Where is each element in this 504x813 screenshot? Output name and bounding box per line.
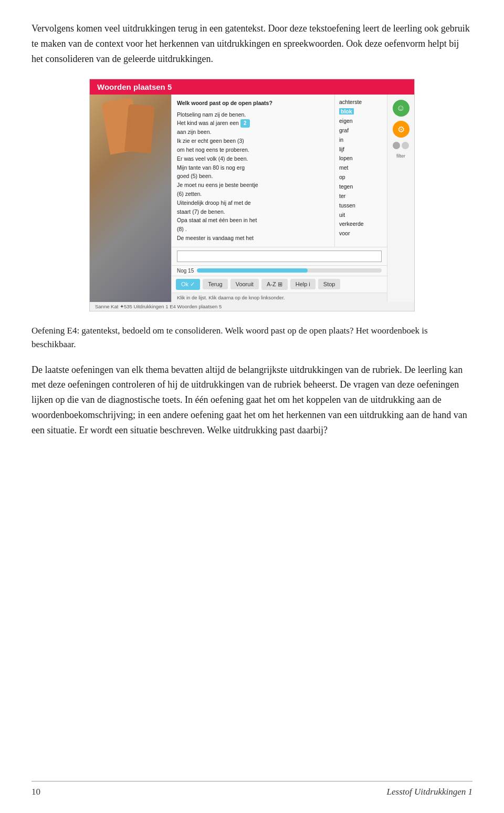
word-list[interactable]: achterste blok eigen graf in lijf lopen … xyxy=(334,95,387,246)
exercise-sentence-1: Plotseling nam zij de benen. xyxy=(177,110,329,119)
word-item-in[interactable]: in xyxy=(339,136,383,145)
word-item-tegen[interactable]: tegen xyxy=(339,182,383,192)
exercise-hint: Klik in de lijst. Klik daarna op de knop… xyxy=(172,293,387,302)
exercise-question-area: Welk woord past op de open plaats? Plots… xyxy=(172,95,387,247)
exercise-sentence-15: De meester is vandaag met het xyxy=(177,234,329,243)
exercise-sentence-12: staart (7) de benen. xyxy=(177,207,329,216)
exercise-title: Woorden plaatsen 5 xyxy=(90,79,414,95)
paragraph-1: Vervolgens komen veel uitdrukkingen teru… xyxy=(32,21,472,66)
exercise-photo xyxy=(90,95,171,301)
answer-input-display xyxy=(177,251,382,262)
exercise-sentence-11: Uiteindelijk droop hij af met de xyxy=(177,199,329,207)
word-item-graf[interactable]: graf xyxy=(339,126,383,136)
exercise-question: Welk woord past op de open plaats? xyxy=(177,99,329,107)
icon-buttons-column: ☺ ⚙ filter xyxy=(387,95,414,301)
exercise-sentence-6: Er was veel volk (4) de been. xyxy=(177,154,329,163)
az-button[interactable]: A-Z ⊞ xyxy=(261,279,288,290)
exercise-sentence-10: (6) zetten. xyxy=(177,190,329,199)
page-content: Vervolgens komen veel uitdrukkingen teru… xyxy=(0,0,504,489)
exercise-sentence-14: (8) . xyxy=(177,225,329,234)
filter-dot-1[interactable] xyxy=(393,142,400,149)
terug-button[interactable]: Terug xyxy=(203,279,228,289)
help-button[interactable]: Help i xyxy=(290,279,316,289)
word-item-met[interactable]: met xyxy=(339,163,383,173)
exercise-buttons-row: Ok ✓ Terug Vooruit A-Z ⊞ Help i Stop xyxy=(172,276,387,293)
filter-label: filter xyxy=(396,153,405,159)
stop-button[interactable]: Stop xyxy=(318,279,341,289)
progress-bar xyxy=(197,268,382,273)
word-item-achterste[interactable]: achterste xyxy=(339,98,383,107)
word-item-uit[interactable]: uit xyxy=(339,211,383,220)
exercise-sentence-9: Je moet nu eens je beste beentje xyxy=(177,181,329,190)
paragraph-2: Oefening E4: gatentekst, bedoeld om te c… xyxy=(32,324,472,352)
word-item-op[interactable]: op xyxy=(339,173,383,182)
exercise-screenshot: Woorden plaatsen 5 Welk woord past op de… xyxy=(89,79,415,311)
word-item-voor[interactable]: voor xyxy=(339,229,383,238)
exercise-body: Welk woord past op de open plaats? Plots… xyxy=(90,95,414,301)
word-item-blok[interactable]: blok xyxy=(339,107,383,117)
green-action-icon[interactable]: ☺ xyxy=(393,100,410,117)
exercise-main: Welk woord past op de open plaats? Plots… xyxy=(171,95,387,301)
word-item-eigen[interactable]: eigen xyxy=(339,117,383,126)
exercise-sentence-5: om het nog eens te proberen. xyxy=(177,145,329,154)
exercise-input-row xyxy=(172,247,387,266)
exercise-sentence-2: Het kind was al jaren een 2 xyxy=(177,119,329,128)
paragraph-3: De laatste oefeningen van elk thema beva… xyxy=(32,362,472,438)
vooruit-button[interactable]: Vooruit xyxy=(230,279,259,289)
word-item-ter[interactable]: ter xyxy=(339,192,383,201)
exercise-sentence-3: aan zijn been. xyxy=(177,128,329,137)
progress-row: Nog 15 xyxy=(172,266,387,276)
exercise-statusbar: Sanne Kat ✦535 Uitdrukkingen 1 E4 Woorde… xyxy=(90,302,414,311)
word-item-tussen[interactable]: tussen xyxy=(339,201,383,211)
orange-action-icon[interactable]: ⚙ xyxy=(393,121,410,138)
word-item-lopen[interactable]: lopen xyxy=(339,154,383,163)
page-footer: 10 Lesstof Uitdrukkingen 1 xyxy=(32,781,472,797)
exercise-sentence-4: Ik zie er echt geen been (3) xyxy=(177,137,329,145)
progress-label: Nog 15 xyxy=(177,268,194,274)
filter-dot-2[interactable] xyxy=(402,142,409,149)
exercise-text-column: Welk woord past op de open plaats? Plots… xyxy=(172,95,334,246)
word-item-verkeerde[interactable]: verkeerde xyxy=(339,220,383,229)
progress-bar-fill xyxy=(197,268,308,273)
exercise-sentence-8: goed (5) been. xyxy=(177,172,329,181)
filter-icon-row xyxy=(393,142,409,149)
ok-button[interactable]: Ok ✓ xyxy=(176,279,200,290)
inline-answer-box: 2 xyxy=(240,119,250,128)
exercise-sentence-7: Mijn tante van 80 is nog erg xyxy=(177,163,329,172)
chapter-title: Lesstof Uitdrukkingen 1 xyxy=(387,787,472,797)
word-item-lijf[interactable]: lijf xyxy=(339,145,383,154)
exercise-sentence-13: Opa staat al met één been in het xyxy=(177,216,329,225)
page-number: 10 xyxy=(32,787,40,797)
